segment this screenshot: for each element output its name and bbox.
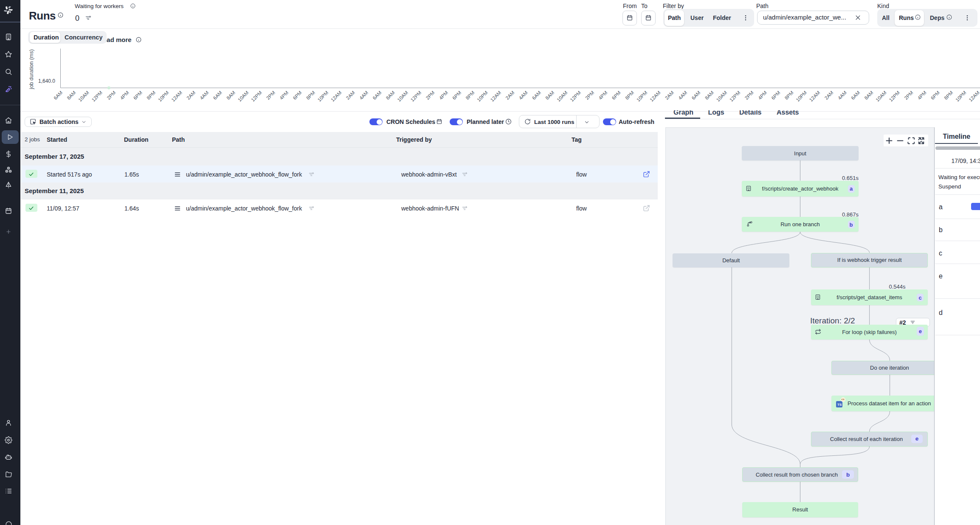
svg-text:10AM: 10AM bbox=[556, 90, 569, 103]
svg-text:8AM: 8AM bbox=[704, 90, 715, 101]
svg-text:2AM: 2AM bbox=[664, 90, 675, 101]
svg-text:2AM: 2AM bbox=[504, 90, 515, 101]
svg-text:4PM: 4PM bbox=[757, 90, 768, 101]
svg-text:8AM: 8AM bbox=[385, 90, 396, 101]
svg-text:6PM: 6PM bbox=[451, 90, 462, 101]
svg-text:12AM: 12AM bbox=[170, 90, 183, 103]
svg-text:job duration (ms): job duration (ms) bbox=[28, 49, 34, 90]
svg-text:10PM: 10PM bbox=[636, 90, 648, 103]
svg-text:8AM: 8AM bbox=[864, 90, 874, 101]
svg-text:4PM: 4PM bbox=[598, 90, 608, 101]
svg-text:8AM: 8AM bbox=[544, 90, 555, 101]
svg-text:10PM: 10PM bbox=[955, 90, 967, 103]
svg-text:2PM: 2PM bbox=[425, 90, 436, 101]
svg-text:12AM: 12AM bbox=[490, 90, 502, 103]
svg-text:12PM: 12PM bbox=[888, 90, 901, 103]
svg-text:10AM: 10AM bbox=[237, 90, 250, 103]
svg-text:12PM: 12PM bbox=[569, 90, 582, 103]
svg-text:10AM: 10AM bbox=[715, 90, 728, 103]
svg-text:4PM: 4PM bbox=[279, 90, 289, 101]
svg-text:6PM: 6PM bbox=[770, 90, 781, 101]
svg-text:8PM: 8PM bbox=[465, 90, 476, 101]
svg-text:6AM: 6AM bbox=[53, 90, 63, 101]
svg-text:8PM: 8PM bbox=[305, 90, 316, 101]
svg-text:2PM: 2PM bbox=[744, 90, 755, 101]
svg-text:10PM: 10PM bbox=[317, 90, 329, 103]
svg-text:6PM: 6PM bbox=[611, 90, 622, 101]
svg-text:2AM: 2AM bbox=[186, 90, 196, 101]
svg-text:2PM: 2PM bbox=[903, 90, 914, 101]
svg-text:10AM: 10AM bbox=[77, 90, 90, 103]
svg-text:4AM: 4AM bbox=[358, 90, 369, 101]
svg-text:10AM: 10AM bbox=[396, 90, 409, 103]
svg-text:1,640.0: 1,640.0 bbox=[38, 78, 55, 84]
svg-text:8PM: 8PM bbox=[624, 90, 635, 101]
svg-text:6AM: 6AM bbox=[212, 90, 223, 101]
svg-text:10PM: 10PM bbox=[795, 90, 808, 103]
svg-text:4AM: 4AM bbox=[677, 90, 688, 101]
svg-text:12PM: 12PM bbox=[91, 90, 104, 103]
svg-text:6AM: 6AM bbox=[850, 90, 861, 101]
svg-text:4AM: 4AM bbox=[199, 90, 210, 101]
svg-text:12AM: 12AM bbox=[808, 90, 821, 103]
svg-text:12PM: 12PM bbox=[410, 90, 422, 103]
svg-text:4AM: 4AM bbox=[837, 90, 848, 101]
svg-text:6AM: 6AM bbox=[531, 90, 542, 101]
svg-text:10PM: 10PM bbox=[157, 90, 170, 103]
svg-text:4PM: 4PM bbox=[438, 90, 449, 101]
svg-text:2PM: 2PM bbox=[584, 90, 595, 101]
svg-text:8PM: 8PM bbox=[943, 90, 954, 101]
svg-text:4PM: 4PM bbox=[119, 90, 130, 101]
svg-text:4PM: 4PM bbox=[917, 90, 927, 101]
svg-text:6PM: 6PM bbox=[930, 90, 941, 101]
svg-text:12AM: 12AM bbox=[968, 90, 980, 103]
svg-text:12AM: 12AM bbox=[330, 90, 343, 103]
svg-text:6PM: 6PM bbox=[292, 90, 303, 101]
svg-text:2PM: 2PM bbox=[265, 90, 276, 101]
svg-text:8AM: 8AM bbox=[66, 90, 77, 101]
svg-text:12AM: 12AM bbox=[649, 90, 662, 103]
svg-text:12PM: 12PM bbox=[729, 90, 741, 103]
svg-text:2AM: 2AM bbox=[345, 90, 356, 101]
svg-text:8PM: 8PM bbox=[784, 90, 794, 101]
svg-text:10PM: 10PM bbox=[476, 90, 489, 103]
svg-text:8AM: 8AM bbox=[225, 90, 236, 101]
svg-text:10AM: 10AM bbox=[875, 90, 887, 103]
svg-text:2AM: 2AM bbox=[824, 90, 834, 101]
svg-text:6PM: 6PM bbox=[132, 90, 143, 101]
svg-text:8PM: 8PM bbox=[146, 90, 156, 101]
svg-text:6AM: 6AM bbox=[372, 90, 382, 101]
svg-text:2PM: 2PM bbox=[106, 90, 116, 101]
svg-text:6AM: 6AM bbox=[691, 90, 701, 101]
svg-text:4AM: 4AM bbox=[518, 90, 529, 101]
svg-text:12PM: 12PM bbox=[250, 90, 263, 103]
